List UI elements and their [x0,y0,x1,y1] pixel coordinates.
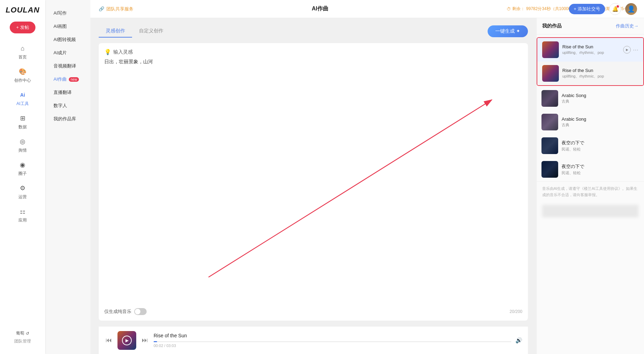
sidebar-item-circle[interactable]: ◉ 圈子 [0,157,45,180]
sidebar-item-home[interactable]: ⌂ 首页 [0,40,45,64]
clock-icon: ⏱ [507,7,511,11]
content-area: 灵感创作 自定义创作 一键生成 ✦ 💡 输入灵感 日出，壮丽景象，山河 仅生成纯… [90,18,644,354]
nav-items: ⌂ 首页 🎨 创作中心 Ai AI工具 ⊞ 数据 ◎ 舆情 ◉ 圈子 ⚙ 运营 … [0,40,45,326]
notification-button[interactable]: 🔔 [609,3,621,15]
player-next-button[interactable]: ⏭ [140,335,149,345]
work-info-5: 夜空の下で 民谣、轻松 [562,140,639,152]
work-title-1: Rise of the Sun [562,44,620,49]
work-info-1: Rise of the Sun uplifting、rhythmic、pop [562,44,620,55]
sentiment-icon: ◎ [18,137,27,146]
input-footer: 仅生成纯音乐 20/200 [104,308,522,315]
work-area: 灵感创作 自定义创作 一键生成 ✦ 💡 输入灵感 日出，壮丽景象，山河 仅生成纯… [90,18,536,354]
tab-custom[interactable]: 自定义创作 [132,25,170,38]
tabs-row: 灵感创作 自定义创作 一键生成 ✦ [99,25,528,38]
logo: LOULAN [6,6,40,15]
work-tags-6: 民谣、轻松 [562,170,639,176]
team-manage[interactable]: 团队管理 [14,338,31,344]
generate-button[interactable]: 一键生成 ✦ [488,25,528,37]
avatar[interactable]: 👤 [625,3,637,15]
work-tags-5: 民谣、轻松 [562,147,639,152]
blurred-bar [542,205,638,217]
history-link[interactable]: 作曲历史→ [616,23,638,29]
circle-icon: ◉ [18,160,27,169]
disclaimer: 音乐由AI生成，请遵守《楼兰AI工具使用协议》。如果生成的音乐不合适，请向客服举… [537,181,644,202]
work-info-3: Arabic Song 古典 [562,93,639,104]
add-social-button[interactable]: + 添加社交号 [569,4,605,14]
player-thumbnail[interactable]: ▶ [117,331,136,350]
sec-item-ai-img-video[interactable]: AI图转视频 [47,33,88,46]
char-count: 20/200 [510,309,522,314]
tab-inspiration[interactable]: 灵感创作 [99,25,132,38]
sidebar: LOULAN + 发帖 ⌂ 首页 🎨 创作中心 Ai AI工具 ⊞ 数据 ◎ 舆… [0,0,45,354]
toggle-switch[interactable] [134,308,147,315]
work-tags-2: uplifting、rhythmic、pop [562,74,638,79]
player-time: 00:02 / 03:03 [154,344,511,348]
work-title-3: Arabic Song [562,93,639,98]
player-title: Rise of the Sun [154,333,511,338]
pure-music-toggle: 仅生成纯音乐 [104,308,147,315]
team-icon: 🔗 [99,6,104,11]
work-thumb-3 [541,90,558,107]
work-tags-4: 古典 [562,122,639,128]
secondary-sidebar: AI写作 AI画图 AI图转视频 AI成片 音视频翻译 AI作曲 new 直播翻… [45,0,90,354]
sec-item-ai-film[interactable]: AI成片 [47,47,88,59]
work-thumb-1 [542,41,559,58]
work-tags-1: uplifting、rhythmic、pop [562,50,620,55]
input-label: 💡 输入灵感 [104,49,522,55]
ai-icon: Ai [18,90,27,99]
sidebar-item-sentiment[interactable]: ◎ 舆情 [0,134,45,157]
sec-item-ai-writing[interactable]: AI写作 [47,7,88,19]
work-info-6: 夜空の下で 民谣、轻松 [562,163,639,176]
input-section: 💡 输入灵感 日出，壮丽景象，山河 仅生成纯音乐 20/200 [99,43,528,321]
sec-item-ai-compose[interactable]: AI作曲 new [47,73,88,86]
main: 🔗 团队共享服务 AI作曲 ⏱ 剩余： 99782分34秒（共100000分钟）… [90,0,644,354]
work-title-6: 夜空の下で [562,163,639,170]
sidebar-item-ops[interactable]: ⚙ 运营 [0,180,45,203]
sec-item-digital-human[interactable]: 数字人 [47,99,88,112]
work-actions-1: ▶ ⋯ [623,46,638,54]
post-button[interactable]: + 发帖 [10,22,35,33]
right-panel: 我的作品 作曲历史→ Rise of the Sun uplifting、rhy… [536,18,644,354]
sec-item-av-translate[interactable]: 音视频翻译 [47,60,88,72]
ops-icon: ⚙ [18,184,27,193]
player-progress[interactable] [154,341,511,342]
work-item-1[interactable]: Rise of the Sun uplifting、rhythmic、pop ▶… [537,38,643,62]
player-volume-button[interactable]: 🔊 [515,337,522,344]
sidebar-item-data[interactable]: ⊞ 数据 [0,110,45,134]
idea-input[interactable]: 日出，壮丽景象，山河 [104,59,522,305]
apps-icon: ⚏ [18,207,27,216]
player-prev-button[interactable]: ⏮ [104,335,113,345]
sidebar-item-ai-tools[interactable]: Ai AI工具 [0,87,45,110]
work-title-2: Rise of the Sun [562,68,638,73]
player-info: Rise of the Sun 00:02 / 03:03 [154,333,511,348]
data-icon: ⊞ [18,114,27,123]
right-panel-header: 我的作品 作曲历史→ [537,18,644,34]
sidebar-item-create[interactable]: 🎨 创作中心 [0,64,45,87]
bulb-icon: 💡 [104,49,111,55]
user-tag[interactable]: 葡萄 ↺ [16,330,29,336]
work-title-5: 夜空の下で [562,140,639,146]
player-play-icon: ▶ [122,336,132,345]
more-button-1[interactable]: ⋯ [633,47,638,53]
team-service-label: 🔗 团队共享服务 [99,6,133,12]
work-thumb-5 [541,137,558,154]
page-title: AI作曲 [133,5,507,13]
work-item-5[interactable]: 夜空の下で 民谣、轻松 [537,134,644,158]
play-button-1[interactable]: ▶ [623,46,631,54]
sidebar-item-apps[interactable]: ⚏ 应用 [0,203,45,227]
work-item-4[interactable]: Arabic Song 古典 [537,110,644,134]
works-list: Rise of the Sun uplifting、rhythmic、pop ▶… [537,34,644,354]
work-tags-3: 古典 [562,99,639,104]
tabs: 灵感创作 自定义创作 [99,25,170,38]
work-thumb-4 [541,114,558,130]
work-item-6[interactable]: 夜空の下で 民谣、轻松 [537,158,644,181]
sec-item-my-works[interactable]: 我的作品库 [47,113,88,125]
work-info-2: Rise of the Sun uplifting、rhythmic、pop [562,68,638,79]
new-badge: new [69,77,79,82]
work-thumb-2 [542,65,559,82]
sec-item-ai-image[interactable]: AI画图 [47,20,88,33]
work-item-3[interactable]: Arabic Song 古典 [537,87,644,110]
refresh-icon: ↺ [26,331,29,336]
work-item-2[interactable]: Rise of the Sun uplifting、rhythmic、pop [537,62,643,85]
sec-item-live-translate[interactable]: 直播翻译 [47,86,88,99]
